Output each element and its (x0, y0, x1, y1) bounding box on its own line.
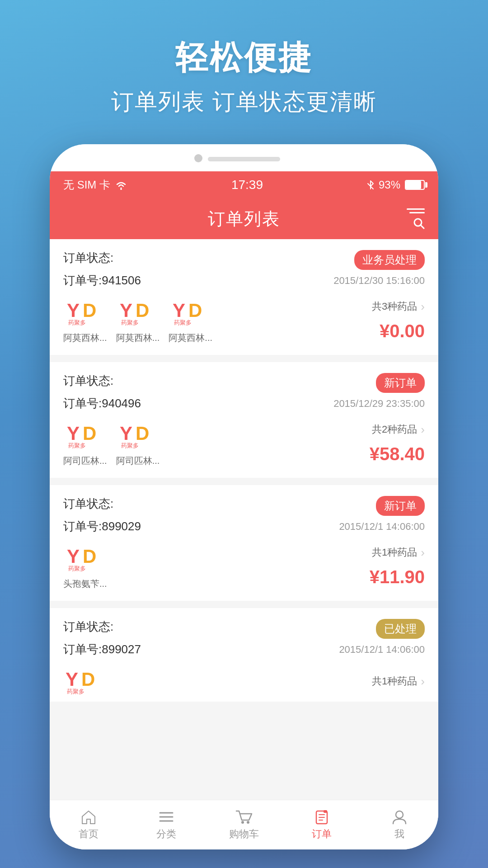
yd-logo: Y D 药聚多 (65, 420, 105, 451)
tab-home[interactable]: 首页 (50, 809, 127, 841)
cart-icon (235, 809, 253, 825)
order-badge-3: 新订单 (376, 496, 425, 516)
phone-top-bezel (50, 144, 438, 171)
promo-subtitle: 订单列表 订单状态更清晰 (111, 87, 377, 117)
tab-home-label: 首页 (79, 827, 99, 841)
svg-text:D: D (83, 546, 96, 567)
tab-profile-label: 我 (394, 827, 404, 841)
order-products-2: Y D 药聚多 阿司匹林... Y D 药聚多 阿司匹林... (63, 420, 425, 467)
order-number-row-3: 订单号:899029 2015/12/1 14:06:00 (63, 519, 425, 534)
svg-text:药聚多: 药聚多 (68, 565, 86, 572)
product-list-1: Y D 药聚多 阿莫西林... Y D 药聚多 阿莫西林... (63, 297, 325, 344)
order-status-label-3: 订单状态: (63, 496, 113, 512)
order-number-2: 订单号:940496 (63, 396, 141, 411)
order-card-1[interactable]: 订单状态: 业务员处理 订单号:941506 2015/12/30 15:16:… (50, 239, 438, 355)
order-date-3: 2015/12/1 14:06:00 (339, 521, 425, 533)
order-status-label-1: 订单状态: (63, 250, 113, 266)
carrier-text: 无 SIM 卡 (63, 178, 110, 192)
svg-text:D: D (83, 423, 96, 444)
order-number-1: 订单号:941506 (63, 273, 141, 288)
bluetooth-icon (367, 180, 374, 190)
order-status-label-4: 订单状态: (63, 619, 113, 635)
user-icon (391, 809, 408, 825)
nav-search-filter-icon[interactable] (407, 208, 425, 229)
svg-point-27 (247, 821, 249, 824)
tab-orders[interactable]: 订单 (283, 809, 361, 841)
product-count-2: 共2种药品 › (372, 423, 425, 437)
svg-text:药聚多: 药聚多 (174, 319, 192, 326)
svg-text:药聚多: 药聚多 (68, 319, 86, 326)
svg-text:Y: Y (67, 546, 80, 567)
tab-orders-label: 订单 (312, 827, 332, 841)
yd-logo: Y D 药聚多 (63, 665, 104, 697)
product-name: 阿莫西林... (63, 332, 107, 344)
svg-text:Y: Y (66, 669, 78, 690)
battery-icon (405, 180, 425, 190)
home-icon (80, 809, 97, 825)
product-name: 阿司匹林... (116, 455, 160, 467)
order-list: 订单状态: 业务员处理 订单号:941506 2015/12/30 15:16:… (50, 239, 438, 800)
order-number-row-1: 订单号:941506 2015/12/30 15:16:00 (63, 273, 425, 288)
order-header-2: 订单状态: 新订单 (63, 373, 425, 393)
order-card-2[interactable]: 订单状态: 新订单 订单号:940496 2015/12/29 23:35:00… (50, 362, 438, 478)
svg-text:D: D (83, 300, 96, 321)
svg-text:Y: Y (120, 300, 132, 321)
order-date-4: 2015/12/1 14:06:00 (339, 644, 425, 656)
status-left: 无 SIM 卡 (63, 178, 127, 192)
yd-logo: Y D 药聚多 (65, 542, 105, 574)
order-right-1: 共3种药品 › ¥0.00 (334, 300, 425, 341)
category-icon (158, 809, 174, 825)
product-name: 头孢氨苄... (63, 578, 107, 590)
status-right: 93% (367, 179, 425, 191)
product-name: 阿司匹林... (63, 455, 107, 467)
order-header-3: 订单状态: 新订单 (63, 496, 425, 516)
order-badge-2: 新订单 (376, 373, 425, 393)
svg-text:D: D (136, 300, 149, 321)
svg-line-1 (421, 225, 424, 228)
order-number-4: 订单号:899027 (63, 642, 141, 657)
order-number-row-2: 订单号:940496 2015/12/29 23:35:00 (63, 396, 425, 411)
product-count-4: 共1种药品 › (372, 675, 425, 689)
orders-icon (314, 809, 330, 825)
phone-speaker (208, 157, 280, 161)
product-item: Y D 药聚多 阿司匹林... (63, 420, 107, 467)
tab-category[interactable]: 分类 (127, 809, 205, 841)
chevron-right-icon: › (421, 675, 425, 689)
product-item: Y D 药聚多 阿莫西林... (116, 297, 160, 344)
svg-text:药聚多: 药聚多 (121, 442, 139, 449)
order-date-1: 2015/12/30 15:16:00 (333, 275, 425, 287)
svg-text:Y: Y (67, 423, 80, 444)
search-icon (413, 217, 425, 229)
order-card-3[interactable]: 订单状态: 新订单 订单号:899029 2015/12/1 14:06:00 … (50, 485, 438, 601)
status-bar: 无 SIM 卡 17:39 93% (50, 171, 438, 198)
order-card-4[interactable]: 订单状态: 已处理 订单号:899027 2015/12/1 14:06:00 … (50, 608, 438, 702)
yd-logo: Y D 药聚多 (117, 297, 158, 328)
order-price-3: ¥11.90 (370, 567, 425, 587)
phone-frame: 无 SIM 卡 17:39 93% 订单列表 (50, 144, 438, 849)
tab-cart-label: 购物车 (229, 827, 259, 841)
phone-camera (194, 154, 202, 162)
count-text-3: 共1种药品 (372, 546, 417, 559)
tab-bar: 首页 分类 购物车 订 (50, 800, 438, 849)
promo-title: 轻松便捷 (175, 36, 313, 80)
svg-text:Y: Y (120, 423, 132, 444)
svg-text:药聚多: 药聚多 (121, 319, 139, 326)
nav-title: 订单列表 (208, 208, 280, 231)
svg-point-33 (396, 811, 403, 818)
tab-profile[interactable]: 我 (361, 809, 438, 841)
product-item: Y D 药聚多 阿莫西林... (63, 297, 107, 344)
svg-rect-32 (324, 810, 327, 813)
chevron-right-icon: › (421, 423, 425, 437)
yd-logo: Y D 药聚多 (117, 420, 158, 451)
order-price-1: ¥0.00 (380, 321, 425, 341)
tab-category-label: 分类 (156, 827, 176, 841)
wifi-icon (115, 180, 127, 190)
svg-text:D: D (81, 669, 95, 690)
product-item: Y D 药聚多 头孢氨苄... (63, 542, 107, 590)
product-item: Y D 药聚多 阿莫西林... (169, 297, 212, 344)
yd-logo: Y D 药聚多 (65, 297, 105, 328)
svg-text:药聚多: 药聚多 (67, 688, 84, 695)
tab-cart[interactable]: 购物车 (205, 809, 283, 841)
product-count-1: 共3种药品 › (372, 300, 425, 314)
battery-percent: 93% (379, 179, 400, 191)
